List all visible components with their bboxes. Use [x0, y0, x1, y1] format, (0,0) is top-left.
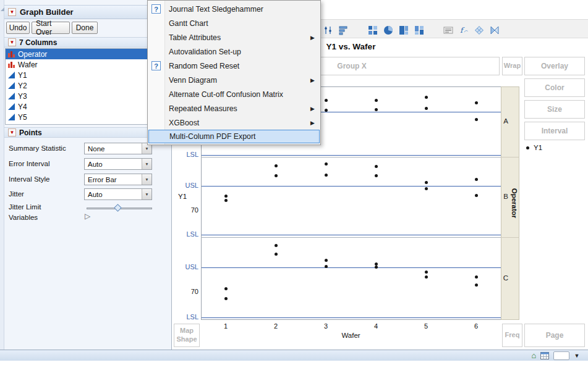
data-point[interactable]: [275, 174, 278, 177]
drop-zone-color[interactable]: Color: [524, 78, 585, 97]
contour-plot-icon[interactable]: [488, 23, 501, 37]
status-bar-lower: [0, 361, 588, 365]
data-point[interactable]: [275, 244, 278, 247]
data-point[interactable]: [224, 297, 228, 300]
svg-text:f: f: [460, 26, 465, 35]
menu-item-table-attributes[interactable]: Table Attributes ▶: [148, 30, 320, 44]
data-point[interactable]: [475, 101, 478, 104]
home-icon[interactable]: ⌂: [529, 351, 539, 360]
dropdown-arrow-icon[interactable]: ▼: [573, 351, 581, 360]
red-triangle-menu-icon[interactable]: ▼: [8, 128, 16, 136]
data-point[interactable]: [475, 194, 478, 197]
caption-box-icon[interactable]: [441, 23, 455, 37]
data-point[interactable]: [375, 165, 378, 168]
drop-zone-size[interactable]: Size: [524, 100, 585, 119]
x-axis-tick-label: 4: [369, 322, 383, 330]
drop-zone-freq[interactable]: Freq: [502, 324, 522, 347]
data-point[interactable]: [425, 187, 428, 190]
data-point[interactable]: [325, 99, 328, 102]
error-bars-icon[interactable]: [322, 23, 335, 37]
heatmap-icon[interactable]: [366, 23, 380, 37]
nominal-column-icon: [8, 51, 15, 57]
column-item-y1[interactable]: Y1: [6, 70, 166, 80]
data-point[interactable]: [325, 259, 328, 262]
jitter-dropdown[interactable]: Auto ▼: [84, 188, 152, 200]
y-axis-spec-label-usl: USL: [175, 263, 198, 271]
data-point[interactable]: [224, 195, 228, 198]
continuous-column-icon: [8, 82, 15, 89]
red-triangle-menu-icon[interactable]: ▼: [8, 8, 16, 16]
data-point[interactable]: [425, 271, 428, 274]
data-point[interactable]: [475, 118, 478, 121]
data-point[interactable]: [375, 174, 378, 177]
formula-icon[interactable]: f: [457, 23, 471, 37]
mosaic-plot-icon[interactable]: [412, 23, 426, 37]
menu-item-journal-text-sledgehammer[interactable]: ? Journal Text Sledgehammer: [148, 2, 320, 16]
undo-button[interactable]: Undo: [6, 22, 30, 34]
data-point[interactable]: [224, 287, 228, 290]
y-axis-title: Y1: [178, 193, 187, 200]
menu-item-xgboost[interactable]: XGBoost ▶: [148, 115, 320, 130]
x-axis-tick-label: 1: [218, 322, 233, 330]
pie-chart-icon[interactable]: [381, 23, 395, 37]
columns-section-header: ▼ 7 Columns: [4, 37, 171, 48]
column-item-y5[interactable]: Y5: [6, 112, 166, 122]
interval-style-dropdown[interactable]: Error Bar ▼: [84, 174, 152, 185]
data-point[interactable]: [375, 108, 378, 111]
done-button[interactable]: Done: [72, 22, 98, 34]
summary-statistic-label: Summary Statistic: [9, 145, 66, 152]
drop-zone-wrap[interactable]: Wrap: [502, 57, 522, 75]
window-button[interactable]: [553, 351, 570, 360]
y-axis-spec-label-usl: USL: [175, 182, 198, 189]
variables-disclosure-icon[interactable]: ▷: [85, 212, 90, 220]
data-table-icon[interactable]: [540, 351, 550, 360]
menu-item-label: Alternate Cut-off Confusion Matrix: [169, 90, 283, 99]
error-interval-dropdown[interactable]: Auto ▼: [84, 158, 152, 170]
variables-label: Variables: [9, 214, 38, 221]
data-point[interactable]: [375, 99, 378, 102]
y-axis-tick-label: 70: [175, 288, 198, 295]
drop-zone-map-shape[interactable]: Map Shape: [174, 324, 200, 347]
menu-item-alternate-cut-off-confusion-matrix[interactable]: Alternate Cut-off Confusion Matrix: [148, 87, 320, 101]
data-point[interactable]: [475, 178, 478, 181]
menu-item-random-seed-reset[interactable]: ? Random Seed Reset: [148, 59, 320, 73]
column-item-operator[interactable]: Operator: [6, 49, 166, 59]
data-point[interactable]: [275, 164, 278, 167]
menu-item-repeated-measures[interactable]: Repeated Measures ▶: [148, 101, 320, 115]
drop-zone-page[interactable]: Page: [524, 324, 585, 347]
menu-item-multi-column-pdf-export[interactable]: Multi-Column PDF Export: [148, 130, 320, 143]
menu-item-gantt-chart[interactable]: Gantt Chart: [148, 16, 320, 30]
column-item-y3[interactable]: Y3: [6, 91, 166, 101]
red-triangle-menu-icon[interactable]: ▼: [8, 38, 16, 46]
column-item-y4[interactable]: Y4: [6, 101, 166, 112]
summary-statistic-dropdown[interactable]: None ▼: [84, 143, 152, 154]
menu-item-autovalidation-set-up[interactable]: Autovalidation Set-up: [148, 44, 320, 59]
treemap-icon[interactable]: [397, 23, 411, 37]
data-point[interactable]: [425, 181, 428, 184]
data-point[interactable]: [375, 266, 378, 269]
chevron-down-icon: ▼: [142, 189, 151, 199]
nominal-column-icon: [8, 61, 15, 68]
data-point[interactable]: [275, 253, 278, 256]
data-point[interactable]: [325, 162, 328, 166]
data-point[interactable]: [224, 199, 228, 202]
menu-item-label: Table Attributes: [169, 33, 221, 42]
bar-chart-icon[interactable]: [337, 23, 351, 37]
question-mark-icon: ?: [151, 61, 161, 70]
data-point[interactable]: [425, 275, 428, 279]
panel-title: Graph Builder: [20, 7, 74, 17]
drop-zone-interval[interactable]: Interval: [524, 122, 585, 140]
jitter-limit-label: Jitter Limit: [9, 203, 41, 211]
menu-item-label: Venn Diagram: [169, 76, 217, 85]
data-point[interactable]: [325, 265, 328, 268]
data-point[interactable]: [325, 109, 328, 112]
start-over-button[interactable]: Start Over: [32, 22, 70, 34]
legend: Y1: [526, 144, 542, 151]
column-label: Operator: [18, 50, 47, 59]
column-item-wafer[interactable]: Wafer: [6, 59, 166, 70]
column-item-y2[interactable]: Y2: [6, 80, 166, 91]
data-point[interactable]: [475, 283, 478, 287]
drop-zone-overlay[interactable]: Overlay: [524, 57, 585, 75]
menu-item-venn-diagram[interactable]: Venn Diagram ▶: [148, 73, 320, 87]
surface-plot-icon[interactable]: [472, 23, 486, 37]
